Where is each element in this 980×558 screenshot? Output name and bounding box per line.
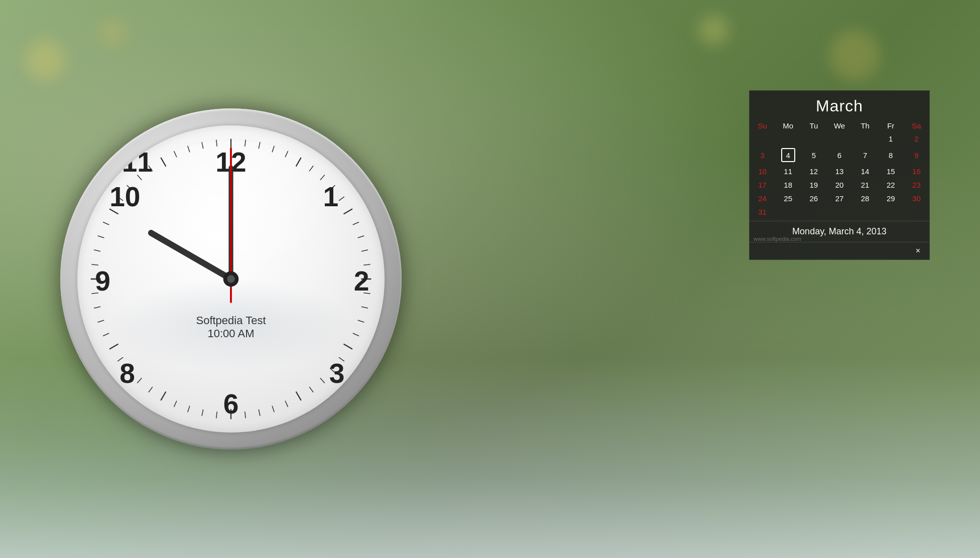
svg-line-5 xyxy=(296,158,301,166)
svg-text:6: 6 xyxy=(223,388,239,420)
svg-line-19 xyxy=(353,333,358,336)
svg-line-3 xyxy=(272,146,274,152)
clock-time: 10:00 AM xyxy=(196,327,266,340)
col-header-we: We xyxy=(826,119,852,132)
calendar-day xyxy=(904,205,929,219)
svg-text:11: 11 xyxy=(122,147,153,178)
svg-line-29 xyxy=(245,412,246,418)
svg-line-34 xyxy=(174,401,177,406)
svg-line-9 xyxy=(339,197,344,200)
calendar-day xyxy=(852,132,878,146)
svg-line-23 xyxy=(320,378,324,383)
svg-line-24 xyxy=(309,387,313,392)
svg-line-2 xyxy=(259,143,260,149)
calendar-body: 1234567891011121314151617181920212223242… xyxy=(750,132,929,219)
calendar-week-4: 24252627282930 xyxy=(750,192,929,205)
col-header-th: Th xyxy=(852,119,878,132)
calendar-day: 26 xyxy=(801,192,826,205)
calendar-close-row: www.softpedia.com × xyxy=(750,242,929,259)
svg-line-28 xyxy=(259,409,260,415)
calendar-day: 27 xyxy=(826,192,852,205)
calendar-day: 20 xyxy=(826,178,852,192)
svg-line-1 xyxy=(245,140,246,146)
svg-line-48 xyxy=(98,236,104,238)
calendar-day xyxy=(775,205,801,219)
calendar-day: 31 xyxy=(750,205,775,219)
svg-line-58 xyxy=(202,143,203,149)
clock-name: Softpedia Test xyxy=(196,314,266,327)
calendar-day: 3 xyxy=(750,146,775,165)
clock-svg: 12 1 2 3 4 6 7 8 9 10 11 5 xyxy=(77,125,385,433)
calendar-day xyxy=(775,132,801,146)
svg-line-18 xyxy=(358,320,364,322)
calendar-week-0: 12 xyxy=(750,132,929,146)
calendar-widget: March Su Mo Tu We Th Fr Sa 1234567891011… xyxy=(749,90,930,260)
svg-line-6 xyxy=(309,166,313,171)
calendar-day xyxy=(801,205,826,219)
svg-line-47 xyxy=(94,250,100,251)
watermark: www.softpedia.com xyxy=(754,236,801,242)
bokeh-1 xyxy=(25,40,65,80)
calendar-day: 2 xyxy=(904,132,929,146)
close-button[interactable]: × xyxy=(913,245,923,256)
calendar-day: 10 xyxy=(750,165,775,178)
calendar-week-5: 31 xyxy=(750,205,929,219)
svg-line-31 xyxy=(216,412,217,418)
calendar-day: 12 xyxy=(801,165,826,178)
svg-line-20 xyxy=(344,344,352,349)
calendar-day: 9 xyxy=(904,146,929,165)
clock-label: Softpedia Test 10:00 AM xyxy=(196,314,266,340)
calendar-day: 22 xyxy=(878,178,904,192)
svg-line-32 xyxy=(202,409,203,415)
calendar-day: 24 xyxy=(750,192,775,205)
svg-line-55 xyxy=(161,158,166,166)
calendar-day: 5 xyxy=(801,146,826,165)
svg-line-13 xyxy=(361,250,368,251)
clock-outer-rim: 12 1 2 3 4 6 7 8 9 10 11 5 xyxy=(60,108,402,450)
col-header-tu: Tu xyxy=(801,119,826,132)
svg-line-27 xyxy=(272,406,274,412)
col-header-fr: Fr xyxy=(878,119,904,132)
svg-point-77 xyxy=(227,275,234,283)
calendar-header-row: Su Mo Tu We Th Fr Sa xyxy=(750,119,929,132)
calendar-week-3: 17181920212223 xyxy=(750,178,929,192)
calendar-day: 28 xyxy=(852,192,878,205)
calendar-day: 14 xyxy=(852,165,878,178)
svg-line-26 xyxy=(285,401,288,406)
calendar-day: 15 xyxy=(878,165,904,178)
svg-line-4 xyxy=(285,152,288,157)
svg-line-17 xyxy=(361,307,368,308)
calendar-day: 25 xyxy=(775,192,801,205)
svg-line-57 xyxy=(188,146,190,152)
calendar-week-2: 10111213141516 xyxy=(750,165,929,178)
svg-line-37 xyxy=(138,378,142,383)
svg-text:8: 8 xyxy=(119,358,135,389)
svg-line-42 xyxy=(98,320,104,322)
svg-line-59 xyxy=(216,140,217,146)
calendar-week-1: 3456789 xyxy=(750,146,929,165)
svg-line-33 xyxy=(188,406,190,412)
svg-text:2: 2 xyxy=(354,265,370,297)
calendar-month-header: March xyxy=(750,91,929,119)
calendar-day: 21 xyxy=(852,178,878,192)
calendar-day: 6 xyxy=(826,146,852,165)
svg-text:10: 10 xyxy=(109,181,140,212)
svg-text:3: 3 xyxy=(329,358,345,389)
svg-line-56 xyxy=(174,152,177,157)
svg-line-11 xyxy=(353,222,358,225)
svg-line-40 xyxy=(110,344,118,349)
svg-line-49 xyxy=(103,222,109,225)
calendar-day: 17 xyxy=(750,178,775,192)
svg-text:4: 4 xyxy=(315,423,331,433)
svg-text:9: 9 xyxy=(95,265,110,297)
clock-widget: 12 1 2 3 4 6 7 8 9 10 11 5 xyxy=(60,108,402,450)
col-header-mo: Mo xyxy=(775,119,801,132)
bokeh-2 xyxy=(100,20,126,45)
calendar-day: 30 xyxy=(904,192,929,205)
svg-line-41 xyxy=(103,333,109,336)
calendar-day xyxy=(801,132,826,146)
svg-text:7: 7 xyxy=(176,423,191,433)
calendar-day: 29 xyxy=(878,192,904,205)
calendar-grid: Su Mo Tu We Th Fr Sa 1234567891011121314… xyxy=(750,119,929,219)
calendar-day: 19 xyxy=(801,178,826,192)
